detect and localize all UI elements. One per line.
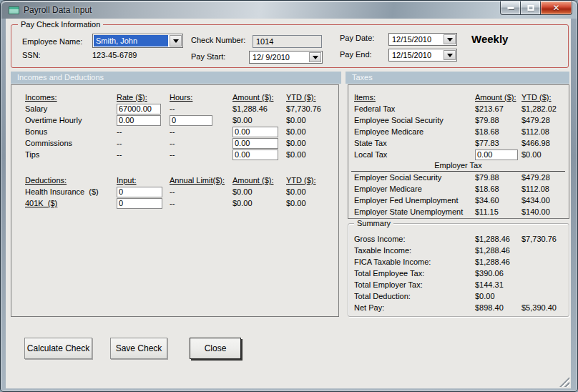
window-title: Payroll Data Input — [24, 5, 92, 15]
ytd-col-header: YTD ($): — [521, 93, 567, 102]
pay-end-dropdown-button[interactable] — [444, 50, 456, 60]
row-ytd: $7,730.76 — [286, 104, 336, 113]
summary-groupbox: Summary Gross Income: $1,288.46 $7,730.7… — [348, 223, 569, 317]
deduction-row-401k: 401K ($) -- $0.00 $0.00 — [25, 197, 336, 209]
taxes-header-row: Items: Amount ($): YTD ($): — [354, 92, 567, 103]
row-label: Local Tax — [354, 150, 475, 159]
row-label: Total Employee Tax: — [354, 269, 475, 278]
maximize-icon — [527, 5, 534, 11]
form-client-area: Pay Check Information Employee Name: Smi… — [6, 19, 571, 388]
resize-grip[interactable] — [559, 377, 569, 387]
bonus-amount-input[interactable] — [232, 127, 278, 137]
tax-row-employee-medicare: Employee Medicare $18.68 $112.08 — [354, 126, 567, 137]
overtime-rate-input[interactable] — [117, 115, 161, 126]
employee-name-combobox[interactable]: Smith, John — [92, 34, 183, 48]
paycheck-info-title: Pay Check Information — [18, 20, 103, 29]
tax-row-federal: Federal Tax $213.67 $1,282.02 — [354, 103, 567, 114]
row-amount: $0.00 — [232, 199, 286, 207]
employer-tax-subheader: Employer Tax — [351, 161, 565, 172]
taxes-panel: Items: Amount ($): YTD ($): Federal Tax … — [348, 84, 569, 219]
pay-start-dropdown-button[interactable] — [309, 52, 321, 62]
row-label: FICA Taxable Income: — [354, 258, 475, 266]
tax-row-employer-social-security: Employer Social Security $79.88 $479.28 — [354, 172, 567, 183]
tips-amount-input[interactable] — [232, 150, 278, 160]
maximize-button[interactable] — [521, 1, 540, 15]
row-label: Total Deduction: — [354, 292, 475, 300]
pay-date-value: 12/15/2010 — [389, 35, 443, 44]
row-amount: $0.00 — [232, 116, 286, 124]
row-ytd: $7,730.76 — [521, 235, 567, 243]
row-amount: $34.60 — [475, 196, 521, 205]
overtime-hours-input[interactable] — [170, 115, 212, 126]
row-label: Salary — [25, 104, 117, 113]
ytd-col-header: YTD ($): — [286, 176, 336, 185]
salary-rate-input[interactable] — [117, 104, 161, 114]
row-rate: -- — [117, 139, 170, 147]
rate-col-header: Rate ($): — [117, 93, 170, 102]
row-ytd: $479.28 — [521, 116, 567, 124]
pay-start-datepicker[interactable]: 12/ 9/2010 — [249, 51, 323, 64]
ytd-col-header: YTD ($): — [286, 93, 336, 102]
row-ytd: $466.98 — [521, 139, 567, 147]
pay-end-value: 12/15/2010 — [389, 51, 443, 59]
row-amount: $898.40 — [475, 303, 521, 312]
summary-row-total-employer-tax: Total Employer Tax: $144.31 — [354, 279, 567, 290]
taxes-section-band: Taxes — [346, 72, 569, 84]
pay-start-label: Pay Start: — [191, 52, 225, 61]
chevron-down-icon — [447, 38, 453, 41]
401k-link-label[interactable]: 401K ($) — [25, 199, 117, 207]
calculate-check-button[interactable]: Calculate Check — [24, 338, 92, 359]
row-ytd: $0.00 — [286, 150, 336, 159]
row-ytd: $434.00 — [521, 196, 567, 205]
pay-date-datepicker[interactable]: 12/15/2010 — [388, 33, 457, 46]
row-amount: $0.00 — [232, 187, 286, 196]
close-button[interactable]: Close — [190, 338, 241, 359]
incomes-panel: Incomes: Rate ($): Hours: Amount ($): YT… — [11, 84, 339, 317]
row-amount: $77.83 — [475, 139, 521, 147]
chevron-down-icon — [173, 39, 179, 43]
minimize-button[interactable] — [500, 1, 521, 15]
check-number-field[interactable] — [253, 35, 322, 48]
summary-row-total-deduction: Total Deduction: $0.00 — [354, 290, 567, 302]
employee-name-label: Employee Name: — [22, 37, 82, 46]
tax-row-employer-medicare: Employer Medicare $18.68 $112.08 — [354, 183, 567, 195]
row-rate: -- — [117, 150, 170, 159]
title-bar[interactable]: Payroll Data Input — [1, 1, 577, 19]
pay-end-label: Pay End: — [340, 50, 372, 59]
pay-date-dropdown-button[interactable] — [444, 34, 456, 44]
tax-row-employer-fed-unemployment: Employer Fed Unemployment $34.60 $434.00 — [354, 195, 567, 206]
row-amount: $1,288.46 — [475, 246, 521, 255]
commissions-amount-input[interactable] — [232, 138, 278, 149]
local-tax-input[interactable] — [475, 150, 518, 160]
employee-name-dropdown-button[interactable] — [170, 35, 182, 46]
row-label: Tips — [25, 150, 117, 159]
check-number-label: Check Number: — [191, 36, 245, 44]
row-limit: -- — [170, 187, 232, 196]
pay-end-datepicker[interactable]: 12/15/2010 — [388, 49, 457, 62]
row-label: Employee Social Security — [354, 116, 475, 124]
health-insurance-input[interactable] — [117, 187, 162, 197]
row-amount: $11.15 — [475, 207, 521, 216]
pay-frequency-label: Weekly — [471, 33, 508, 45]
row-label: Net Pay: — [354, 303, 475, 312]
payroll-window: Payroll Data Input Pay Check Information… — [0, 0, 578, 392]
row-ytd: $0.00 — [521, 150, 567, 159]
incomes-header-row: Incomes: Rate ($): Hours: Amount ($): YT… — [25, 92, 336, 103]
deductions-header-row: Deductions: Input: Annual Limit($): Amou… — [25, 175, 336, 186]
close-window-button[interactable] — [540, 1, 572, 15]
row-label: Employer Medicare — [354, 185, 475, 193]
row-hours: -- — [170, 139, 232, 147]
income-row-overtime: Overtime Hourly $0.00 $0.00 — [25, 114, 336, 126]
row-amount: $0.00 — [475, 292, 521, 300]
summary-row-total-employee-tax: Total Employee Tax: $390.06 — [354, 268, 567, 279]
row-amount: $1,288.46 — [232, 104, 286, 113]
401k-input[interactable] — [117, 198, 162, 209]
income-row-commissions: Commissions -- -- $0.00 — [25, 137, 336, 149]
row-amount: $1,288.46 — [475, 235, 521, 243]
tax-row-local: Local Tax $0.00 — [354, 149, 567, 160]
row-amount: $18.68 — [475, 127, 521, 136]
row-label: Employee Medicare — [354, 127, 475, 136]
save-check-button[interactable]: Save Check — [110, 338, 167, 359]
row-ytd: $5,390.40 — [521, 303, 567, 312]
summary-row-taxable-income: Taxable Income: $1,288.46 — [354, 245, 567, 256]
